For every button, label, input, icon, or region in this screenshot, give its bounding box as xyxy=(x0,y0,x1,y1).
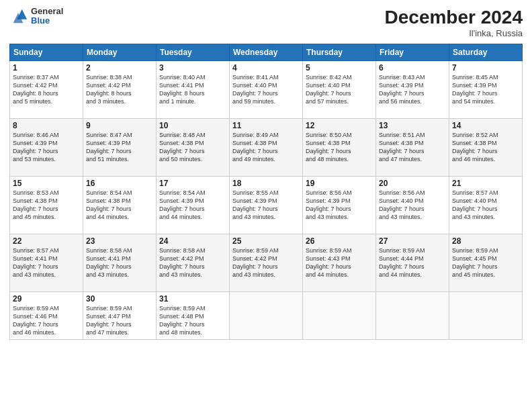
calendar-day-cell: 7Sunrise: 8:45 AM Sunset: 4:39 PM Daylig… xyxy=(449,61,523,119)
day-info: Sunrise: 8:54 AM Sunset: 4:39 PM Dayligh… xyxy=(159,189,226,222)
day-number: 11 xyxy=(232,121,300,130)
calendar-day-cell: 13Sunrise: 8:51 AM Sunset: 4:38 PM Dayli… xyxy=(376,119,449,177)
calendar-week-row: 15Sunrise: 8:53 AM Sunset: 4:38 PM Dayli… xyxy=(10,177,523,234)
day-info: Sunrise: 8:55 AM Sunset: 4:39 PM Dayligh… xyxy=(232,189,300,222)
day-info: Sunrise: 8:48 AM Sunset: 4:38 PM Dayligh… xyxy=(159,131,226,164)
calendar-day-cell: 25Sunrise: 8:59 AM Sunset: 4:42 PM Dayli… xyxy=(230,234,303,292)
day-number: 27 xyxy=(379,236,446,246)
calendar-day-cell: 4Sunrise: 8:41 AM Sunset: 4:40 PM Daylig… xyxy=(230,61,303,119)
calendar-day-cell: 11Sunrise: 8:49 AM Sunset: 4:38 PM Dayli… xyxy=(230,119,303,177)
day-number: 4 xyxy=(232,63,300,73)
day-number: 12 xyxy=(306,121,373,130)
day-info: Sunrise: 8:40 AM Sunset: 4:41 PM Dayligh… xyxy=(159,73,226,106)
day-info: Sunrise: 8:59 AM Sunset: 4:46 PM Dayligh… xyxy=(13,304,80,337)
calendar-day-cell: 30Sunrise: 8:59 AM Sunset: 4:47 PM Dayli… xyxy=(83,292,157,340)
day-number: 2 xyxy=(86,63,153,73)
day-info: Sunrise: 8:49 AM Sunset: 4:38 PM Dayligh… xyxy=(232,131,300,164)
day-number: 24 xyxy=(159,236,226,246)
day-info: Sunrise: 8:59 AM Sunset: 4:48 PM Dayligh… xyxy=(159,304,226,337)
day-number: 9 xyxy=(86,121,153,130)
day-number: 25 xyxy=(232,236,300,246)
logo-text: General Blue xyxy=(31,7,63,26)
day-number: 31 xyxy=(159,294,226,304)
calendar-day-cell: 19Sunrise: 8:56 AM Sunset: 4:39 PM Dayli… xyxy=(303,177,376,234)
title-block: December 2024 Il'inka, Russia xyxy=(385,7,523,38)
day-info: Sunrise: 8:59 AM Sunset: 4:43 PM Dayligh… xyxy=(306,246,373,279)
logo: General Blue xyxy=(9,7,63,26)
calendar-day-cell: 24Sunrise: 8:58 AM Sunset: 4:42 PM Dayli… xyxy=(157,234,230,292)
calendar-day-cell: 22Sunrise: 8:57 AM Sunset: 4:41 PM Dayli… xyxy=(10,234,83,292)
day-number: 15 xyxy=(13,179,80,188)
day-info: Sunrise: 8:58 AM Sunset: 4:42 PM Dayligh… xyxy=(159,246,226,279)
calendar-week-row: 22Sunrise: 8:57 AM Sunset: 4:41 PM Dayli… xyxy=(10,234,523,292)
day-info: Sunrise: 8:47 AM Sunset: 4:39 PM Dayligh… xyxy=(86,131,153,164)
day-info: Sunrise: 8:38 AM Sunset: 4:42 PM Dayligh… xyxy=(86,73,153,106)
calendar-day-cell: 23Sunrise: 8:58 AM Sunset: 4:41 PM Dayli… xyxy=(83,234,157,292)
day-info: Sunrise: 8:41 AM Sunset: 4:40 PM Dayligh… xyxy=(232,73,300,106)
day-number: 30 xyxy=(86,294,153,304)
calendar-week-row: 29Sunrise: 8:59 AM Sunset: 4:46 PM Dayli… xyxy=(10,292,523,340)
day-header-sunday: Sunday xyxy=(10,44,83,61)
day-header-thursday: Thursday xyxy=(303,44,376,61)
day-info: Sunrise: 8:42 AM Sunset: 4:40 PM Dayligh… xyxy=(306,73,373,106)
calendar-day-cell: 16Sunrise: 8:54 AM Sunset: 4:38 PM Dayli… xyxy=(83,177,157,234)
title-location: Il'inka, Russia xyxy=(385,28,523,38)
day-header-wednesday: Wednesday xyxy=(230,44,303,61)
calendar-day-cell: 12Sunrise: 8:50 AM Sunset: 4:38 PM Dayli… xyxy=(303,119,376,177)
day-info: Sunrise: 8:54 AM Sunset: 4:38 PM Dayligh… xyxy=(86,189,153,222)
day-header-saturday: Saturday xyxy=(449,44,523,61)
day-number: 23 xyxy=(86,236,153,246)
calendar-table: SundayMondayTuesdayWednesdayThursdayFrid… xyxy=(9,44,523,340)
calendar-day-cell: 20Sunrise: 8:56 AM Sunset: 4:40 PM Dayli… xyxy=(376,177,449,234)
calendar-day-cell: 26Sunrise: 8:59 AM Sunset: 4:43 PM Dayli… xyxy=(303,234,376,292)
calendar-header-row: SundayMondayTuesdayWednesdayThursdayFrid… xyxy=(10,44,523,61)
day-info: Sunrise: 8:59 AM Sunset: 4:42 PM Dayligh… xyxy=(232,246,300,279)
calendar-day-cell: 17Sunrise: 8:54 AM Sunset: 4:39 PM Dayli… xyxy=(157,177,230,234)
day-number: 22 xyxy=(13,236,80,246)
day-info: Sunrise: 8:57 AM Sunset: 4:40 PM Dayligh… xyxy=(452,189,519,222)
logo-general: General xyxy=(31,7,63,16)
calendar-day-cell: 29Sunrise: 8:59 AM Sunset: 4:46 PM Dayli… xyxy=(10,292,83,340)
day-number: 7 xyxy=(452,63,519,73)
day-number: 21 xyxy=(452,179,519,188)
day-info: Sunrise: 8:53 AM Sunset: 4:38 PM Dayligh… xyxy=(13,189,80,222)
day-number: 6 xyxy=(379,63,446,73)
day-header-friday: Friday xyxy=(376,44,449,61)
calendar-week-row: 1Sunrise: 8:37 AM Sunset: 4:42 PM Daylig… xyxy=(10,61,523,119)
day-number: 19 xyxy=(306,179,373,188)
day-info: Sunrise: 8:43 AM Sunset: 4:39 PM Dayligh… xyxy=(379,73,446,106)
day-number: 13 xyxy=(379,121,446,130)
calendar-day-cell: 27Sunrise: 8:59 AM Sunset: 4:44 PM Dayli… xyxy=(376,234,449,292)
day-number: 18 xyxy=(232,179,300,188)
calendar-day-cell: 8Sunrise: 8:46 AM Sunset: 4:39 PM Daylig… xyxy=(10,119,83,177)
header: General Blue December 2024 Il'inka, Russ… xyxy=(9,7,523,38)
calendar-empty-cell xyxy=(449,292,523,340)
day-number: 17 xyxy=(159,179,226,188)
day-number: 26 xyxy=(306,236,373,246)
day-info: Sunrise: 8:58 AM Sunset: 4:41 PM Dayligh… xyxy=(86,246,153,279)
calendar-day-cell: 3Sunrise: 8:40 AM Sunset: 4:41 PM Daylig… xyxy=(157,61,230,119)
logo-blue: Blue xyxy=(31,16,63,26)
day-info: Sunrise: 8:50 AM Sunset: 4:38 PM Dayligh… xyxy=(306,131,373,164)
day-info: Sunrise: 8:52 AM Sunset: 4:38 PM Dayligh… xyxy=(452,131,519,164)
calendar-day-cell: 15Sunrise: 8:53 AM Sunset: 4:38 PM Dayli… xyxy=(10,177,83,234)
day-number: 1 xyxy=(13,63,80,73)
calendar-day-cell: 18Sunrise: 8:55 AM Sunset: 4:39 PM Dayli… xyxy=(230,177,303,234)
day-info: Sunrise: 8:56 AM Sunset: 4:40 PM Dayligh… xyxy=(379,189,446,222)
day-number: 28 xyxy=(452,236,519,246)
day-number: 8 xyxy=(13,121,80,130)
day-number: 3 xyxy=(159,63,226,73)
day-header-monday: Monday xyxy=(83,44,157,61)
day-info: Sunrise: 8:45 AM Sunset: 4:39 PM Dayligh… xyxy=(452,73,519,106)
day-header-tuesday: Tuesday xyxy=(157,44,230,61)
calendar-day-cell: 5Sunrise: 8:42 AM Sunset: 4:40 PM Daylig… xyxy=(303,61,376,119)
calendar-day-cell: 1Sunrise: 8:37 AM Sunset: 4:42 PM Daylig… xyxy=(10,61,83,119)
day-number: 14 xyxy=(452,121,519,130)
calendar-empty-cell xyxy=(230,292,303,340)
day-number: 16 xyxy=(86,179,153,188)
day-number: 5 xyxy=(306,63,373,73)
day-number: 20 xyxy=(379,179,446,188)
title-month: December 2024 xyxy=(385,7,523,28)
calendar-page: General Blue December 2024 Il'inka, Russ… xyxy=(0,0,532,411)
day-number: 29 xyxy=(13,294,80,304)
